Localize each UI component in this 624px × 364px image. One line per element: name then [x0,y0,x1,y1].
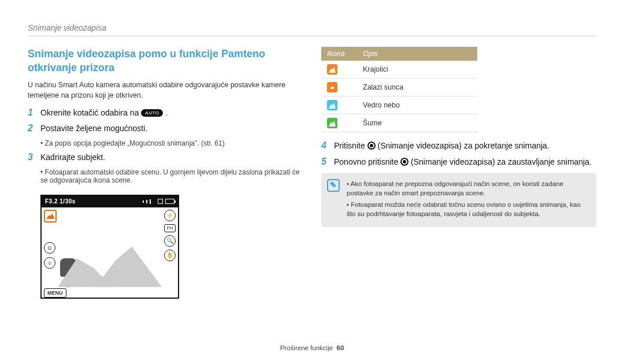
info-note-box: ✎ Ako fotoaparat ne prepozna odgovarajuć… [321,173,596,226]
row-label: Vedro nebo [357,96,477,114]
right-column: Ikona Opis Krajolici Zalazi sunca Vedro … [321,47,596,299]
signal-bar-icon [146,200,147,203]
auto-mode-pill-icon: AUTO [141,109,163,117]
row-label: Krajolici [357,61,477,79]
zoom-icon: 🔍 [164,235,176,247]
step-3: 3 Kadrirajte subjekt. [28,152,303,164]
row-label: Zalazi sunca [357,79,477,96]
record-button-icon [367,142,376,150]
section-title: Snimanje videozapisa pomo u funkcije Pam… [28,47,303,75]
step-4-text-b: (Snimanje videozapisa) za pokretanje sni… [377,141,549,150]
resolution-icon: FH [164,224,176,232]
table-row: Vedro nebo [321,96,477,114]
step-2: 2 Postavite željene mogućnosti. [28,123,303,135]
step-1: 1 Okrenite kotačić odabira na AUTO . [28,107,303,119]
step-3-text: Kadrirajte subjekt. [40,152,105,164]
step-number: 4 [321,140,328,151]
th-ikona: Ikona [321,47,357,61]
step-1-text-b: . [165,108,168,117]
info-item-1: Ako fotoaparat ne prepozna odgovarajući … [347,179,588,198]
step-number: 2 [28,123,35,133]
th-opis: Opis [357,47,477,61]
mountain-graphic [95,247,162,287]
battery-icon [165,199,174,204]
table-row: Krajolici [321,61,477,79]
row-label: Šume [357,114,477,132]
card-icon [158,199,163,204]
step-5-text-a: Ponovno pritisnite [334,157,400,166]
forest-icon [327,118,337,128]
footer-section: Proširene funkcije [280,344,333,351]
sunset-icon [327,82,337,92]
scene-icon-table: Ikona Opis Krajolici Zalazi sunca Vedro … [321,47,477,132]
step-number: 1 [28,107,35,118]
step-3-sub: Fotoaparat automatski odabire scenu. U g… [40,168,303,184]
focus-mode-icon: ⊙ [44,242,55,254]
viewfinder-illustration: F3.2 1/30s ⊙ ☺ [40,195,179,299]
step-5-text-b: (Snimanje videozapisa) za zaustavljanje … [411,157,592,166]
footer-page: 60 [337,344,344,351]
step-2-sub: Za popis opcija pogledajte „Mogućnosti s… [40,139,303,147]
sky-icon [327,100,337,110]
step-number: 3 [28,152,35,162]
signal-bar-icon [143,200,144,203]
table-row: Šume [321,114,477,132]
divider [28,36,596,36]
scene-mode-icon [44,210,57,222]
intro-text: U načinu Smart Auto kamera automatski od… [28,80,303,101]
menu-button: MENU [44,288,66,298]
page-footer: Proširene funkcije 60 [0,344,624,351]
record-button-icon [400,158,408,166]
step-4: 4 Pritisnite (Snimanje videozapisa) za p… [321,140,596,152]
step-2-text: Postavite željene mogućnosti. [40,123,147,135]
landscape-icon [327,64,337,75]
flash-icon: ⚡ [164,210,176,221]
exposure-label: F3.2 1/30s [45,198,76,205]
stabilizer-icon: ✋ [164,250,176,261]
table-row: Zalazi sunca [321,79,477,96]
running-header: Snimanje videozapisa [28,23,596,32]
step-number: 5 [321,157,328,167]
left-column: Snimanje videozapisa pomo u funkcije Pam… [28,47,303,299]
info-icon: ✎ [327,179,340,192]
signal-bar-icon [150,199,151,204]
info-item-2: Fotoaparat možda neće odabrati točnu sce… [347,200,588,218]
svg-rect-1 [329,89,336,91]
step-4-text-a: Pritisnite [334,141,367,150]
step-5: 5 Ponovno pritisnite (Snimanje videozapi… [321,157,596,168]
step-1-text-a: Okrenite kotačić odabira na [40,108,141,117]
face-detect-icon: ☺ [44,257,55,269]
